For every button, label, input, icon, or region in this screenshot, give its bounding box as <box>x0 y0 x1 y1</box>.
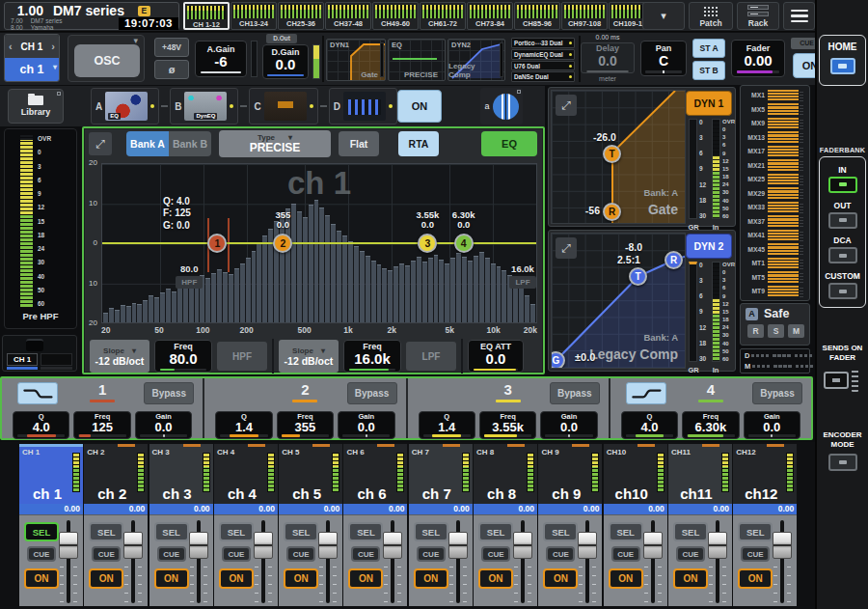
fader-knob[interactable] <box>578 532 597 559</box>
hpf-slope-dropdown[interactable]: Slope▾ -12 dB/oct <box>90 340 149 373</box>
dyn2-mini-view[interactable]: DYN2 Legacy Comp <box>448 39 505 81</box>
faderbank-custom[interactable]: CUSTOM <box>825 271 860 299</box>
expand-icon[interactable]: ⤢ <box>556 237 577 259</box>
channel-name-box[interactable]: CH 4ch 4 <box>214 444 278 504</box>
cue-button[interactable]: CUE <box>676 546 705 562</box>
insert-slot-d[interactable]: D <box>329 88 397 125</box>
meter-bank[interactable]: CH37-48 <box>325 2 371 30</box>
band-bypass-button[interactable]: Bypass <box>144 382 194 404</box>
on-button[interactable]: ON <box>673 568 708 589</box>
sel-button[interactable]: SEL <box>154 522 189 541</box>
band-bypass-button[interactable]: Bypass <box>550 382 600 404</box>
direct-out-slot[interactable]: a <box>480 88 523 125</box>
eq-att-knob[interactable]: EQ ATT 0.0 <box>468 340 524 373</box>
fader-value-box[interactable]: Fader 0.00 <box>731 40 785 77</box>
cue-button[interactable]: CUE <box>417 546 446 562</box>
next-channel-icon[interactable]: › <box>51 41 55 52</box>
channel-name-box[interactable]: CH 6ch 6 <box>343 444 407 504</box>
sel-button[interactable]: SEL <box>284 522 318 541</box>
prev-channel-icon[interactable]: ‹ <box>9 41 13 52</box>
fader-knob[interactable] <box>513 532 532 559</box>
cue-button[interactable]: CUE <box>157 546 186 562</box>
sends-on-fader-button[interactable] <box>824 367 862 394</box>
band-4-q-knob[interactable]: Q4.0 <box>621 411 678 439</box>
fader-knob[interactable] <box>643 532 663 559</box>
fader-knob[interactable] <box>123 532 143 559</box>
band-4-freq-knob[interactable]: Freq6.30k <box>682 411 739 439</box>
st-a-button[interactable]: ST A <box>692 39 725 58</box>
eq-graph[interactable]: ch 1 Q: 4.0F: 125G: 0.0 80.0 HPF 16.0k L… <box>101 163 537 323</box>
on-button[interactable]: ON <box>348 568 383 589</box>
hpf-button[interactable]: HPF <box>217 342 267 371</box>
insert-plugin-item[interactable]: DynamicEQ Dual <box>511 49 575 60</box>
sel-button[interactable]: SEL <box>24 522 59 541</box>
sel-button[interactable]: SEL <box>609 522 643 541</box>
band-2-q-knob[interactable]: Q1.4 <box>215 411 272 439</box>
cue-button[interactable]: CUE <box>741 546 770 562</box>
channel-name-box[interactable]: CH 9ch 9 <box>538 444 602 504</box>
osc-button[interactable]: OSC <box>74 44 140 77</box>
meter-bank[interactable]: CH25-36 <box>278 2 324 30</box>
eq-on-button[interactable]: EQ <box>481 131 537 156</box>
meter-bank[interactable]: CH 1-12 <box>183 2 230 30</box>
mini-fader-strip[interactable]: CH 1 <box>2 335 77 372</box>
threshold-handle[interactable]: T <box>603 145 621 163</box>
band-type-button[interactable] <box>17 382 58 404</box>
hpf-marker[interactable]: 80.0 HPF <box>170 263 208 289</box>
gain-handle[interactable]: G <box>551 351 565 369</box>
on-button[interactable]: ON <box>738 568 773 589</box>
insert-plugin-item[interactable]: U76 Dual <box>511 61 575 71</box>
insert-plugin-item[interactable]: DaNSe Dual <box>511 71 575 82</box>
cue-button[interactable]: CUE <box>222 546 251 562</box>
menu-button[interactable] <box>783 2 815 30</box>
band-type-button[interactable] <box>626 382 666 404</box>
home-button[interactable]: HOME <box>819 35 866 86</box>
expand-icon[interactable]: ⤢ <box>556 95 577 116</box>
pan-knob[interactable]: Pan C <box>640 41 687 76</box>
meter-bank[interactable]: CH73-84 <box>467 2 513 30</box>
channel-name-box[interactable]: CH 8ch 8 <box>474 444 537 504</box>
expand-icon[interactable]: ⤢ <box>89 132 112 155</box>
rack-button[interactable]: Rack <box>737 2 779 30</box>
band-3-q-knob[interactable]: Q1.4 <box>419 411 475 439</box>
insert-on-button[interactable]: ON <box>397 90 442 123</box>
lpf-marker[interactable]: 16.0k LPF <box>503 263 537 289</box>
cue-button[interactable]: CUE <box>351 546 380 562</box>
sel-button[interactable]: SEL <box>673 522 708 541</box>
sel-button[interactable]: SEL <box>543 522 578 541</box>
band-bypass-button[interactable]: Bypass <box>347 382 397 404</box>
channel-name-box[interactable]: CH 7ch 7 <box>409 444 473 504</box>
dyn1-button[interactable]: DYN 1 <box>686 91 732 116</box>
channel-name-box[interactable]: CH11ch11 <box>668 444 732 504</box>
band-4-gain-knob[interactable]: Gain0.0 <box>744 411 800 439</box>
channel-name-box[interactable]: CH 1ch 1 <box>19 444 83 504</box>
cue-button[interactable]: CUE <box>286 546 315 562</box>
fader-knob[interactable] <box>448 532 468 559</box>
patch-button[interactable]: Patch <box>689 2 733 30</box>
cue-button[interactable]: CUE <box>611 546 640 562</box>
analog-gain-knob[interactable]: A.Gain -6 <box>195 41 247 77</box>
meter-bank[interactable]: CH97-108 <box>561 2 608 30</box>
eq-bank-b-tab[interactable]: Bank B <box>169 131 211 156</box>
channel-name-box[interactable]: CH12ch12 <box>733 444 797 504</box>
eq-bank-a-tab[interactable]: Bank A <box>126 131 169 156</box>
insert-slot-b[interactable]: B DynEQ <box>170 88 238 125</box>
scene-info-panel[interactable]: 1.00 DM7 series E 7.008.00 DM7 seriesYam… <box>4 2 179 30</box>
on-button[interactable]: ON <box>478 568 513 589</box>
cue-button[interactable]: CUE <box>481 546 510 562</box>
band-3-freq-knob[interactable]: Freq3.55k <box>479 411 536 439</box>
insert-plugin-item[interactable]: Portico⋯33 Dual <box>511 38 575 48</box>
band-1-q-knob[interactable]: Q4.0 <box>13 411 69 439</box>
digital-gain-knob[interactable]: D.Gain 0.0 <box>262 44 309 79</box>
sel-button[interactable]: SEL <box>414 522 448 541</box>
faderbank-out[interactable]: OUT <box>828 201 857 229</box>
sel-button[interactable]: SEL <box>89 522 123 541</box>
lpf-slope-dropdown[interactable]: Slope▾ -12 dB/oct <box>279 340 339 373</box>
meter-bank[interactable]: CH61-72 <box>420 2 466 30</box>
cue-button[interactable]: CUE <box>27 546 56 562</box>
fader-knob[interactable] <box>318 532 338 559</box>
solo-safe-button[interactable]: S <box>768 324 784 338</box>
eq-flat-button[interactable]: Flat <box>339 131 379 156</box>
on-button[interactable]: ON <box>219 568 254 589</box>
on-button[interactable]: ON <box>414 568 448 589</box>
